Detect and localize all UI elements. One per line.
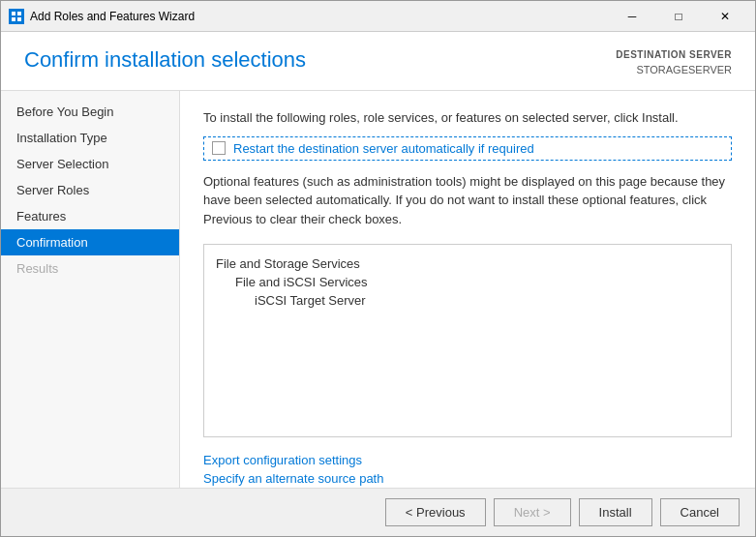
feature-iscsi-target: iSCSI Target Server — [216, 291, 719, 310]
sidebar-item-installation-type[interactable]: Installation Type — [1, 125, 179, 151]
optional-features-text: Optional features (such as administratio… — [203, 172, 732, 229]
sidebar-item-server-selection[interactable]: Server Selection — [1, 151, 179, 177]
svg-rect-0 — [12, 12, 15, 15]
alternate-source-link[interactable]: Specify an alternate source path — [203, 471, 732, 486]
minimize-button[interactable]: ─ — [610, 1, 654, 32]
features-list-box: File and Storage Services File and iSCSI… — [203, 244, 732, 437]
svg-rect-3 — [17, 17, 21, 21]
page-title: Confirm installation selections — [24, 47, 306, 73]
next-button[interactable]: Next > — [494, 498, 571, 526]
restart-checkbox-row[interactable]: Restart the destination server automatic… — [203, 136, 732, 161]
main-content-area: To install the following roles, role ser… — [180, 91, 755, 489]
sidebar-item-before-you-begin[interactable]: Before You Begin — [1, 99, 179, 125]
sidebar-item-features[interactable]: Features — [1, 203, 179, 229]
svg-rect-1 — [17, 12, 21, 15]
destination-label: DESTINATION SERVER — [616, 47, 732, 62]
destination-name: STORAGESERVER — [616, 62, 732, 78]
feature-file-iscsi: File and iSCSI Services — [216, 273, 719, 291]
wizard-header: Confirm installation selections DESTINAT… — [1, 32, 755, 91]
cancel-button[interactable]: Cancel — [660, 498, 740, 526]
sidebar: Before You Begin Installation Type Serve… — [1, 91, 180, 489]
sidebar-item-server-roles[interactable]: Server Roles — [1, 177, 179, 203]
instruction-text: To install the following roles, role ser… — [203, 110, 732, 125]
close-button[interactable]: ✕ — [703, 1, 747, 32]
restart-checkbox[interactable] — [212, 141, 226, 155]
wizard-body: Confirm installation selections DESTINAT… — [1, 32, 755, 536]
sidebar-item-results: Results — [1, 255, 179, 282]
wizard-window: Add Roles and Features Wizard ─ □ ✕ Conf… — [0, 0, 756, 537]
app-icon — [9, 9, 24, 24]
feature-file-storage: File and Storage Services — [216, 254, 719, 273]
wizard-content: Before You Begin Installation Type Serve… — [1, 91, 755, 489]
install-button[interactable]: Install — [579, 498, 652, 526]
window-controls: ─ □ ✕ — [610, 1, 747, 32]
maximize-button[interactable]: □ — [656, 1, 701, 32]
restart-checkbox-label: Restart the destination server automatic… — [233, 141, 534, 156]
sidebar-item-confirmation[interactable]: Confirmation — [1, 229, 179, 255]
title-bar-text: Add Roles and Features Wizard — [30, 10, 610, 23]
previous-button[interactable]: < Previous — [385, 498, 486, 526]
title-bar: Add Roles and Features Wizard ─ □ ✕ — [1, 1, 755, 32]
svg-rect-2 — [12, 17, 15, 21]
wizard-footer: < Previous Next > Install Cancel — [1, 488, 755, 536]
export-config-link[interactable]: Export configuration settings — [203, 453, 732, 467]
destination-server-info: DESTINATION SERVER STORAGESERVER — [616, 47, 732, 78]
